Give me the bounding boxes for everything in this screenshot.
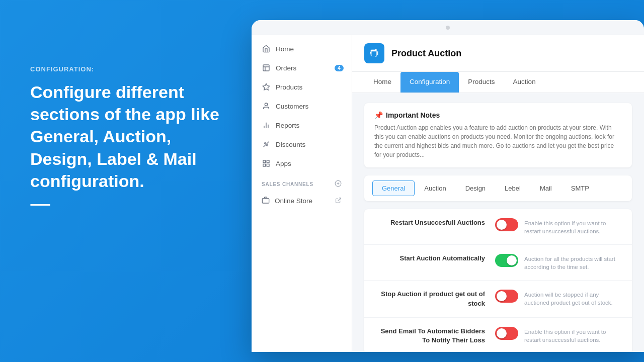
sidebar-label-home: Home — [276, 45, 294, 53]
sidebar-item-discounts[interactable]: Discounts — [252, 135, 352, 154]
settings-tab-mail[interactable]: Mail — [530, 180, 561, 196]
tab-products[interactable]: Products — [459, 72, 504, 93]
sidebar-item-products[interactable]: Products — [252, 77, 352, 97]
sidebar-item-customers[interactable]: Customers — [252, 97, 352, 116]
setting-control-col-stop-stock: Auction will be stopped if any auctioned… — [495, 290, 622, 307]
svg-point-9 — [267, 145, 268, 146]
app-icon — [364, 43, 384, 63]
products-icon — [262, 82, 271, 92]
settings-tab-general[interactable]: General — [372, 180, 415, 196]
setting-description-restart: Enable this option if you want to restar… — [524, 218, 622, 235]
add-channel-icon[interactable] — [335, 180, 342, 188]
toggle-restart-slider — [495, 218, 518, 231]
svg-rect-11 — [263, 160, 266, 163]
sidebar-label-reports: Reports — [276, 122, 299, 129]
sidebar-label-discounts: Discounts — [276, 141, 305, 148]
svg-rect-18 — [262, 199, 269, 203]
discounts-icon — [262, 140, 271, 149]
toggle-auto-start[interactable] — [495, 254, 518, 267]
config-title: Configure different sections of the app … — [30, 81, 221, 192]
sidebar-label-customers: Customers — [276, 103, 308, 110]
setting-label-restart: Restart Unsuccesfull Auctions — [374, 218, 485, 227]
settings-tab-design[interactable]: Design — [456, 180, 495, 196]
svg-rect-0 — [263, 65, 269, 71]
app-window: Home Orders 4 — [252, 20, 644, 352]
tab-configuration[interactable]: Configuration — [400, 72, 459, 93]
sidebar-section-sales-channels: SALES CHANNELS — [252, 173, 352, 191]
external-link-icon — [335, 197, 342, 205]
orders-badge: 4 — [335, 65, 344, 71]
sidebar-item-apps[interactable]: Apps — [252, 154, 352, 173]
sidebar: Home Orders 4 — [252, 35, 352, 352]
tab-auction[interactable]: Auction — [504, 72, 545, 93]
home-icon — [262, 44, 271, 53]
setting-description-auto-start: Auction for all the products will start … — [524, 254, 622, 271]
setting-control-col-restart: Enable this option if you want to restar… — [495, 218, 622, 235]
setting-label-col-stop-stock: Stop Auction if product get out of stock — [374, 290, 485, 308]
notes-card: 📌 Important Notes Product Auction app en… — [364, 103, 632, 167]
svg-line-19 — [338, 198, 341, 201]
tab-home[interactable]: Home — [364, 72, 400, 93]
sidebar-label-products: Products — [276, 83, 302, 91]
sidebar-item-online-store[interactable]: Online Store — [252, 191, 352, 211]
sales-channels-label: SALES CHANNELS — [262, 182, 313, 187]
setting-row-restart: Restart Unsuccesfull Auctions Enable thi… — [364, 209, 632, 245]
notes-text: Product Auction app enables you a featur… — [374, 123, 622, 159]
settings-tab-auction[interactable]: Auction — [415, 180, 455, 196]
toggle-restart[interactable] — [495, 218, 518, 231]
svg-rect-12 — [267, 160, 269, 163]
setting-label-auto-start: Start Auction Automatically — [374, 254, 485, 263]
left-panel: CONFIGURATION: Configure different secti… — [30, 65, 221, 206]
settings-tab-smtp[interactable]: SMTP — [561, 180, 599, 196]
settings-card: Restart Unsuccesfull Auctions Enable thi… — [364, 209, 632, 352]
window-topbar — [252, 20, 644, 35]
sidebar-item-orders[interactable]: Orders 4 — [252, 58, 352, 77]
setting-label-col-restart: Restart Unsuccesfull Auctions — [374, 218, 485, 227]
svg-line-10 — [264, 142, 269, 147]
divider — [30, 204, 50, 206]
setting-label-stop-stock: Stop Auction if product get out of stock — [374, 290, 485, 308]
app-header: Product Auction — [352, 35, 644, 72]
orders-icon — [262, 63, 271, 72]
sidebar-item-reports[interactable]: Reports — [252, 116, 352, 135]
settings-tabs: General Auction Design Lebel Mail SMTP — [364, 175, 632, 201]
svg-point-8 — [265, 143, 266, 144]
main-content: Product Auction Home Configuration Produ… — [352, 35, 644, 352]
content-area: 📌 Important Notes Product Auction app en… — [352, 93, 644, 352]
sidebar-item-home[interactable]: Home — [252, 39, 352, 58]
svg-rect-14 — [267, 164, 269, 166]
setting-label-col-auto-start: Start Auction Automatically — [374, 254, 485, 263]
store-icon — [262, 196, 270, 206]
toggle-email-bidders-slider — [495, 327, 518, 340]
setting-control-col-email-bidders: Enable this option if you want to restar… — [495, 327, 622, 344]
svg-rect-13 — [263, 164, 266, 166]
app-title: Product Auction — [391, 48, 461, 59]
setting-row-email-bidders: Send Email To Automatic Bidders To Notif… — [364, 318, 632, 352]
notes-title: 📌 Important Notes — [374, 111, 622, 119]
toggle-stop-stock-slider — [495, 290, 518, 303]
reports-icon — [262, 121, 271, 130]
setting-label-col-email-bidders: Send Email To Automatic Bidders To Notif… — [374, 327, 485, 345]
config-label: CONFIGURATION: — [30, 65, 221, 73]
sidebar-label-apps: Apps — [276, 160, 291, 167]
toggle-stop-stock[interactable] — [495, 290, 518, 303]
sidebar-label-orders: Orders — [276, 64, 296, 72]
app-layout: Home Orders 4 — [252, 35, 644, 352]
notes-icon: 📌 — [374, 111, 383, 119]
setting-row-stop-stock: Stop Auction if product get out of stock… — [364, 281, 632, 317]
toggle-auto-start-slider — [495, 254, 518, 267]
nav-tabs: Home Configuration Products Auction — [352, 72, 644, 93]
window-dot — [446, 26, 450, 30]
apps-icon — [262, 159, 271, 168]
svg-point-4 — [265, 103, 267, 106]
setting-description-stop-stock: Auction will be stopped if any auctioned… — [524, 290, 622, 307]
settings-tab-lebel[interactable]: Lebel — [495, 180, 530, 196]
toggle-email-bidders[interactable] — [495, 327, 518, 340]
setting-row-auto-start: Start Auction Automatically Auction for … — [364, 245, 632, 281]
setting-description-email-bidders: Enable this option if you want to restar… — [524, 327, 622, 344]
setting-control-col-auto-start: Auction for all the products will start … — [495, 254, 622, 271]
online-store-left: Online Store — [262, 196, 312, 206]
svg-marker-3 — [263, 83, 269, 90]
online-store-label: Online Store — [275, 197, 312, 205]
customers-icon — [262, 102, 271, 111]
